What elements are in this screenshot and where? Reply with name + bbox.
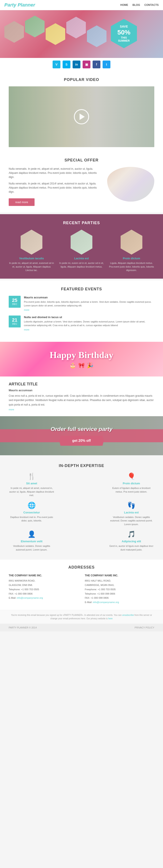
expertise-name-6: Adipiscing elit bbox=[108, 540, 154, 543]
tel-label-2: Telephone: bbox=[85, 592, 97, 595]
party-hex-img-1 bbox=[21, 229, 43, 254]
expertise-desc-6: Gerd in, auctor id liguis eum dapibus ti… bbox=[108, 544, 154, 551]
address-city-2: CAMBRIDGE, MG8N 9N41. bbox=[85, 583, 154, 587]
party-name-3: Proin dictum bbox=[109, 257, 154, 260]
event-date-2: 21 DEC bbox=[9, 315, 21, 328]
party-name-2: Lacinia est bbox=[59, 257, 104, 260]
article-text: Cras eros null a, porta id est in, cursu… bbox=[9, 394, 154, 407]
hero-hex-3 bbox=[46, 23, 65, 45]
read-more-button[interactable]: read more bbox=[9, 198, 34, 206]
email-link-1[interactable]: info@companyname.org bbox=[17, 596, 43, 599]
nav-contacts[interactable]: CONTACTS bbox=[144, 3, 159, 6]
facebook-icon[interactable]: f bbox=[92, 61, 101, 68]
event-item-1: 25 DEC Mauris accumsan Pra event justo d… bbox=[9, 296, 154, 311]
logo: Party Planner bbox=[4, 2, 35, 8]
expertise-item-6: 🎵 Adipiscing elit Gerd in, auctor id lig… bbox=[108, 530, 154, 551]
special-offer-para1: Nulla venenatis. In pede mi, aliquet sit… bbox=[9, 167, 103, 180]
parties-grid: Vestibulum iaculis In pede mi, aliquet s… bbox=[9, 229, 154, 272]
address-street-1: 8901 MARMORA ROAD, bbox=[9, 579, 78, 583]
unsubscribe-link[interactable]: unsubscribe bbox=[122, 614, 134, 616]
fax-value-2: +1 000 098 0806 bbox=[91, 596, 109, 599]
birthday-content: Happy Birthday 🎂 🎀 🎉 bbox=[50, 350, 113, 369]
event-more-1[interactable]: more bbox=[24, 309, 154, 311]
address-fax-1: FAX: +1 000 098 0806 bbox=[9, 592, 78, 596]
logo-text: Party bbox=[4, 2, 16, 8]
music-icon: 🎵 bbox=[108, 530, 154, 538]
expertise-desc-2: Euism of ligulam dapibus a tincidunt met… bbox=[108, 486, 154, 493]
special-offer-content: Nulla venenatis. In pede mi, aliquet sit… bbox=[9, 167, 154, 206]
balloon-icon: 🎈 bbox=[108, 472, 154, 480]
tel-value-2: +1 000 098 0806 bbox=[97, 592, 115, 595]
address-city-1: GLASGOW, DN8 0N8. bbox=[9, 583, 78, 587]
twitter-icon[interactable]: t bbox=[103, 61, 110, 68]
birthday-text: Happy Birthday bbox=[50, 350, 113, 360]
party-hex-img-3 bbox=[120, 229, 142, 254]
save-badge-text: SAVE 50% THIS SUMMER bbox=[117, 25, 130, 42]
expertise-name-4: Lacinia est bbox=[108, 511, 154, 514]
party-image-1 bbox=[21, 229, 43, 254]
expertise-item-1: 🍴 Sit amet In pede mi, aliquet sit amet,… bbox=[9, 472, 55, 497]
save-this: THIS bbox=[117, 36, 130, 39]
address-tel-1: Telephone: +1 000 703 0505 bbox=[9, 587, 78, 592]
fax-label-2: FAX: bbox=[85, 596, 90, 599]
special-offer-image bbox=[107, 167, 154, 206]
popular-video-section: POPULAR VIDEO bbox=[0, 71, 163, 154]
vimeo-icon[interactable]: V bbox=[53, 61, 60, 68]
expertise-item-2: 🎈 Proin dictum Euism of ligulam dapibus … bbox=[108, 472, 154, 497]
expertise-desc-5: Vestibulum sedates. Donec sagittis auism… bbox=[9, 544, 55, 551]
popular-video-title: POPULAR VIDEO bbox=[9, 78, 154, 82]
expertise-name-1: Sit amet bbox=[9, 482, 55, 485]
party-item-1: Vestibulum iaculis In pede mi, aliquet s… bbox=[9, 229, 54, 272]
play-button[interactable] bbox=[74, 109, 89, 124]
linkedin-icon[interactable]: in bbox=[73, 61, 80, 68]
party-item-3: Proin dictum Ligula. Aliquam dapibus tin… bbox=[109, 229, 154, 272]
person-icon: 👤 bbox=[9, 530, 55, 538]
order-content: Order full service party get 20% off bbox=[51, 426, 113, 446]
special-offer-title: SPECIAL OFFER bbox=[9, 154, 154, 162]
tel-label-1: Telephone: bbox=[9, 588, 21, 591]
email-label-1: E-Mail: bbox=[9, 596, 16, 599]
expertise-desc-3: Dapibus tincidunt met in. Pra event just… bbox=[9, 516, 55, 523]
party-desc-3: Ligula. Aliquam dapibus tincidunt metus.… bbox=[109, 261, 154, 272]
nav-blog[interactable]: BLOG bbox=[133, 3, 140, 6]
address-tel-2: Telephone: +1 000 098 0806 bbox=[85, 592, 154, 596]
skype-icon[interactable]: S bbox=[62, 61, 71, 68]
expertise-item-3: 🌐 Consectetur Dapibus tincidunt met in. … bbox=[9, 501, 55, 526]
freephone-value-2: +1 000 703 0505 bbox=[98, 588, 116, 591]
fax-label-1: FAX: bbox=[9, 592, 14, 595]
logo-accent: Planner bbox=[18, 2, 35, 8]
save-summer: SUMMER bbox=[117, 39, 130, 42]
party-image-2 bbox=[71, 229, 92, 254]
event-desc-2: Lobortis dignissim, pulvinar a lorem. Ve… bbox=[24, 320, 154, 328]
article-more-link[interactable]: more bbox=[9, 408, 154, 411]
addresses-grid: THE COMPANY NAME INC. 8901 MARMORA ROAD,… bbox=[9, 574, 154, 604]
order-banner: Order full service party get 20% off bbox=[0, 416, 163, 455]
event-more-2[interactable]: more bbox=[24, 328, 154, 331]
footer-notice: You're receiving this email because you … bbox=[0, 610, 163, 624]
footer-privacy-link[interactable]: PRIVACY POLICY bbox=[135, 626, 154, 629]
special-offer-text: Nulla venenatis. In pede mi, aliquet sit… bbox=[9, 167, 103, 206]
video-container[interactable] bbox=[9, 86, 154, 147]
event-month-2: DEC bbox=[12, 322, 17, 325]
instagram-icon[interactable]: ▣ bbox=[83, 61, 90, 68]
expertise-title: IN-DEPTH EXPERTISE bbox=[9, 464, 154, 468]
address-email-1: E-Mail: info@companyname.org bbox=[9, 596, 78, 600]
expertise-name-3: Consectetur bbox=[9, 511, 55, 514]
expertise-desc-4: Vestibulum sedates. Donec sagittis euism… bbox=[108, 516, 154, 526]
address-col-1: THE COMPANY NAME INC. 8901 MARMORA ROAD,… bbox=[9, 574, 78, 604]
featured-events-section: FEATURED EVENTS 25 DEC Mauris accumsan P… bbox=[0, 280, 163, 342]
recent-parties-title: RECENT PARTIES bbox=[9, 221, 154, 225]
company-name-1: THE COMPANY NAME INC. bbox=[9, 574, 78, 577]
expertise-grid: 🍴 Sit amet In pede mi, aliquet sit amet,… bbox=[9, 472, 154, 551]
email-link-2[interactable]: info@companyname.org bbox=[93, 601, 119, 603]
address-freephone-2: Freephone: +1 000 703 0505 bbox=[85, 587, 154, 592]
special-offer-para2: Nulla venenatis. In pede mi, aliquet 201… bbox=[9, 182, 103, 194]
globe-icon: 🌐 bbox=[9, 501, 55, 509]
article-section: ARTICLE TITLE Mauris accumsan Cras eros … bbox=[0, 376, 163, 416]
event-content-1: Mauris accumsan Pra event justo dolor, l… bbox=[24, 296, 154, 311]
order-button[interactable]: get 20% off bbox=[59, 436, 104, 446]
nav-home[interactable]: HOME bbox=[120, 3, 128, 6]
social-bar: V S in ▣ f t bbox=[0, 58, 163, 71]
address-col-2: THE COMPANY NAME INC. 8901 HALF MILL ROA… bbox=[85, 574, 154, 604]
privacy-link[interactable]: here bbox=[108, 617, 113, 620]
